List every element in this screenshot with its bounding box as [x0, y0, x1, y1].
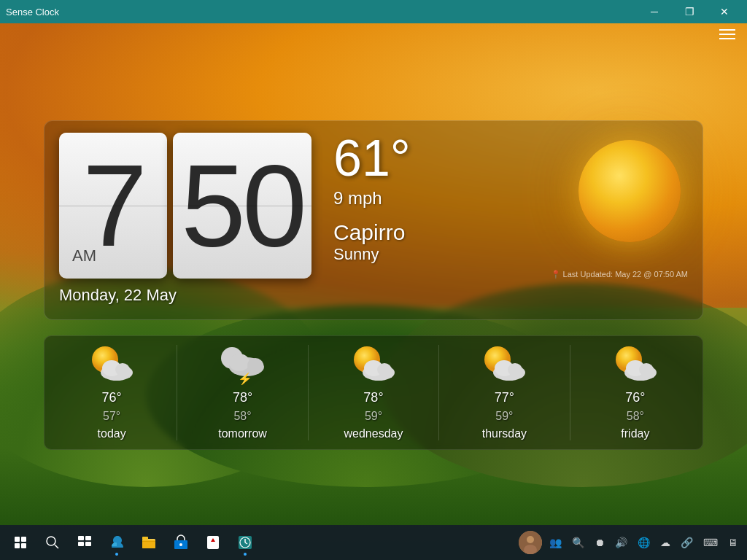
svg-rect-24: [85, 536, 91, 540]
forecast-tomorrow: ⚡ 78° 58° tomorrow: [188, 345, 298, 440]
start-button[interactable]: [6, 528, 35, 557]
window-controls: ─ ❐ ✕: [638, 0, 741, 23]
svg-line-22: [55, 545, 58, 548]
search-sys-icon[interactable]: 🔍: [569, 534, 587, 551]
titlebar: Sense Clock ─ ❐ ✕: [0, 0, 747, 23]
volume-icon[interactable]: 🔊: [612, 534, 630, 551]
svg-point-39: [527, 536, 534, 543]
panel-top: 7 AM 50 Monday, 22 May 61° 9 mph Capirro…: [59, 133, 688, 305]
sun-circle: [578, 140, 681, 242]
taskbar-left: [6, 528, 260, 557]
task-view-button[interactable]: [70, 528, 99, 557]
win-sq1: [15, 537, 20, 542]
today-label: today: [98, 427, 126, 440]
weather-section: 61° 9 mph Capirro Sunny 📍 Last Updated: …: [311, 133, 688, 305]
friday-label: friday: [621, 427, 649, 440]
minimize-button[interactable]: ─: [638, 0, 671, 23]
forecast-today: 76° 57° today: [57, 345, 166, 440]
edge-button[interactable]: [102, 528, 131, 557]
svg-rect-33: [207, 536, 219, 549]
tomorrow-high: 78°: [233, 389, 252, 406]
friday-low: 58°: [627, 409, 644, 424]
store-button[interactable]: [166, 528, 196, 557]
minute-digit: 50: [181, 147, 303, 264]
sep4: [570, 345, 570, 440]
ampm-label: AM: [72, 246, 96, 265]
sun-graphic: [571, 133, 688, 249]
people-icon[interactable]: 👥: [546, 534, 565, 551]
thursday-label: thursday: [482, 427, 527, 440]
svg-rect-23: [78, 536, 84, 540]
app-title: Sense Clock: [6, 7, 59, 18]
forecast-wednesday: 78° 59° wednesday: [319, 345, 428, 440]
svg-point-16: [508, 363, 522, 376]
menu-button[interactable]: [719, 29, 735, 39]
svg-point-3: [115, 363, 130, 376]
svg-point-6: [229, 354, 249, 371]
sep2: [308, 345, 309, 440]
win-sq3: [15, 543, 20, 548]
today-high: 76°: [101, 389, 121, 406]
tomorrow-low: 58°: [233, 409, 251, 424]
search-button[interactable]: [38, 528, 67, 557]
flip-tiles: 7 AM 50: [59, 133, 311, 279]
weather-info: 61° 9 mph Capirro Sunny: [333, 133, 411, 264]
network-icon[interactable]: 🌐: [635, 534, 653, 551]
svg-rect-30: [142, 537, 148, 540]
record-icon[interactable]: ⏺: [592, 534, 608, 551]
clock-section: 7 AM 50 Monday, 22 May: [59, 133, 311, 305]
minute-tile: 50: [173, 133, 311, 279]
tomorrow-label: tomorrow: [218, 427, 267, 440]
keyboard-icon[interactable]: ⌨: [700, 534, 721, 551]
clock-date: Monday, 22 May: [59, 286, 177, 305]
forecast-panel: 76° 57° today ⚡ 78° 58° tomorrow: [44, 335, 703, 450]
svg-text:⚡: ⚡: [238, 372, 252, 385]
solitaire-button[interactable]: [198, 528, 228, 557]
cloud-icon[interactable]: ☁: [657, 534, 673, 551]
forecast-friday: 76° 58° friday: [581, 345, 690, 440]
weather-main: 61° 9 mph Capirro Sunny: [333, 133, 688, 264]
svg-point-12: [377, 363, 392, 376]
pin-icon: 📍: [551, 270, 561, 279]
win-sq2: [21, 537, 26, 542]
svg-point-7: [247, 358, 263, 373]
desktop-icon[interactable]: 🖥: [725, 534, 741, 551]
sense-clock-taskbar[interactable]: [231, 528, 260, 557]
hamburger-icon: [719, 29, 735, 39]
svg-rect-25: [78, 542, 84, 546]
today-low: 57°: [103, 409, 120, 424]
wind-speed: 9 mph: [333, 188, 411, 209]
wednesday-icon: [348, 345, 399, 385]
link-icon[interactable]: 🔗: [678, 534, 696, 551]
last-updated: 📍 Last Updated: May 22 @ 07:50 AM: [333, 270, 688, 279]
today-icon: [86, 345, 137, 385]
hour-tile: 7 AM: [59, 133, 167, 279]
close-button[interactable]: ✕: [708, 0, 741, 23]
thursday-high: 77°: [495, 389, 514, 406]
win-sq4: [21, 543, 26, 548]
wednesday-high: 78°: [363, 389, 383, 406]
taskbar: 👥 🔍 ⏺ 🔊 🌐 ☁ 🔗 ⌨ 🖥: [0, 525, 747, 560]
sep1: [177, 345, 177, 440]
svg-point-20: [639, 363, 654, 376]
tomorrow-icon: ⚡: [217, 345, 268, 385]
user-avatar[interactable]: [519, 531, 542, 554]
svg-point-32: [179, 543, 182, 546]
location-name: Capirro: [333, 220, 411, 245]
main-panel: 7 AM 50 Monday, 22 May 61° 9 mph Capirro…: [44, 120, 703, 320]
friday-icon: [610, 345, 661, 385]
svg-rect-26: [85, 542, 91, 546]
wednesday-label: wednesday: [344, 427, 403, 440]
forecast-thursday: 77° 59° thursday: [449, 345, 559, 440]
condition: Sunny: [333, 245, 411, 264]
maximize-button[interactable]: ❐: [673, 0, 706, 23]
friday-high: 76°: [625, 389, 645, 406]
sep3: [438, 345, 439, 440]
taskbar-right: 👥 🔍 ⏺ 🔊 🌐 ☁ 🔗 ⌨ 🖥: [519, 531, 741, 554]
temperature: 61°: [333, 133, 411, 184]
thursday-icon: [479, 345, 530, 385]
wednesday-low: 59°: [365, 409, 382, 424]
file-explorer-button[interactable]: [134, 528, 163, 557]
thursday-low: 59°: [495, 409, 513, 424]
svg-point-21: [47, 537, 55, 545]
